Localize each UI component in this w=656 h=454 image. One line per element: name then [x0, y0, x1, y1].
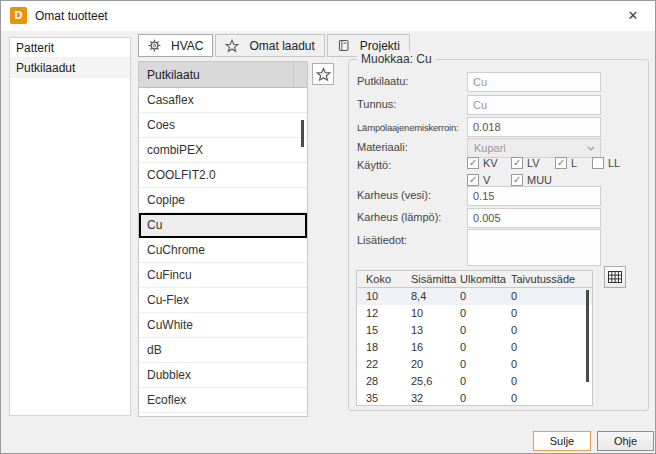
table-cell: 15 — [357, 322, 407, 339]
materiaali-label: Materiaali: — [357, 141, 461, 153]
table-cell: 12 — [357, 305, 407, 322]
help-button[interactable]: Ohje — [597, 431, 654, 451]
table-column-header[interactable]: Koko — [357, 271, 407, 287]
omat-tuotteet-dialog: D Omat tuotteet ✕ PatteritPutkilaadut HV… — [0, 0, 656, 454]
putkilaatu-label: Putkilaatu: — [357, 75, 461, 87]
list-item[interactable]: CuFincu — [139, 263, 307, 288]
lampokerroin-input[interactable] — [467, 117, 601, 137]
checkbox-v[interactable]: V — [467, 173, 511, 187]
table-cell: 0 — [458, 305, 509, 322]
list-item[interactable]: combiPEX — [139, 138, 307, 163]
pipe-type-list: Putkilaatu CasaflexCoescombiPEXCOOLFIT2.… — [138, 61, 308, 417]
table-cell: 20 — [407, 356, 458, 373]
table-cell: 0 — [509, 288, 581, 305]
putkilaatu-input[interactable] — [467, 72, 601, 92]
field-putkilaatu: Putkilaatu: — [357, 72, 642, 92]
tab-omat-laadut[interactable]: Omat laadut — [215, 34, 324, 57]
checkbox-label: MUU — [527, 174, 552, 186]
materiaali-select[interactable]: Kupari — [467, 138, 601, 158]
close-dialog-button[interactable]: Sulje — [533, 431, 591, 451]
table-column-header[interactable]: Sisämitta — [407, 271, 458, 287]
karheus-vesi-input[interactable] — [467, 186, 601, 206]
size-table: KokoSisämittaUlkomittaTaivutussäde 108,4… — [356, 270, 593, 406]
sidebar-item-putkilaadut[interactable]: Putkilaadut — [10, 58, 130, 78]
table-row[interactable]: 222000 — [357, 356, 592, 373]
table-cell: 0 — [458, 339, 509, 356]
table-cell: 28 — [357, 373, 407, 390]
table-row[interactable]: 353200 — [357, 390, 592, 407]
table-cell: 0 — [458, 356, 509, 373]
checkbox-checked-icon[interactable] — [467, 174, 479, 186]
pipe-list-header-label: Putkilaatu — [147, 68, 200, 82]
checkbox-label: L — [571, 157, 577, 169]
close-icon[interactable]: ✕ — [621, 5, 645, 27]
notebook-icon — [337, 39, 355, 52]
checkbox-kv[interactable]: KV — [467, 156, 511, 170]
tab-label: Omat laadut — [249, 39, 314, 53]
table-cell: 0 — [509, 390, 581, 407]
list-item[interactable]: Cu — [139, 213, 307, 238]
category-listbox: PatteritPutkilaadut — [9, 37, 131, 416]
karheus-lampo-input[interactable] — [467, 208, 601, 228]
table-cell: 22 — [357, 356, 407, 373]
list-item[interactable]: Cu-Flex — [139, 288, 307, 313]
table-column-header[interactable]: Ulkomitta — [458, 271, 509, 287]
table-cell: 8,4 — [407, 288, 458, 305]
lisatiedot-label: Lisätiedot: — [357, 234, 461, 246]
chevron-down-icon — [587, 146, 595, 151]
list-item[interactable]: Casaflex — [139, 88, 307, 113]
list-item[interactable]: CuWhite — [139, 313, 307, 338]
lampokerroin-label: Lämpölaajenemiskerroin: — [357, 122, 461, 133]
checkbox-l[interactable]: L — [555, 156, 592, 170]
checkbox-lv[interactable]: LV — [511, 156, 555, 170]
field-tunnus: Tunnus: — [357, 95, 642, 115]
table-cell: 0 — [458, 288, 509, 305]
list-item[interactable]: dB — [139, 338, 307, 363]
checkbox-checked-icon[interactable] — [511, 174, 523, 186]
kaytto-label: Käyttö: — [357, 159, 461, 171]
table-scrollbar-thumb[interactable] — [586, 290, 589, 382]
checkbox-ll[interactable]: LL — [592, 156, 620, 170]
tunnus-input[interactable] — [467, 95, 601, 115]
list-item[interactable]: COOLFIT2.0 — [139, 163, 307, 188]
checkbox-checked-icon[interactable] — [467, 157, 479, 169]
karheus-vesi-label: Karheus (vesi): — [357, 189, 461, 201]
checkbox-unchecked-icon[interactable] — [592, 157, 604, 169]
list-item[interactable]: Copipe — [139, 188, 307, 213]
table-cell: 10 — [357, 288, 407, 305]
table-cell: 0 — [458, 373, 509, 390]
edit-sizes-button[interactable] — [604, 266, 626, 288]
sidebar-item-patterit[interactable]: Patterit — [10, 38, 130, 58]
star-icon — [225, 39, 244, 53]
table-row[interactable]: 2825,600 — [357, 373, 592, 390]
list-item[interactable]: CuChrome — [139, 238, 307, 263]
table-row[interactable]: 108,400 — [357, 288, 592, 305]
table-row[interactable]: 151300 — [357, 322, 592, 339]
table-cell: 25,6 — [407, 373, 458, 390]
checkbox-checked-icon[interactable] — [555, 157, 567, 169]
table-row[interactable]: 121000 — [357, 305, 592, 322]
tab-label: Projekti — [360, 39, 400, 53]
checkbox-label: KV — [483, 157, 498, 169]
list-item[interactable]: Coes — [139, 113, 307, 138]
app-icon: D — [10, 7, 27, 24]
titlebar: D Omat tuotteet ✕ — [1, 1, 655, 31]
window-title: Omat tuotteet — [35, 9, 108, 23]
table-cell: 18 — [357, 339, 407, 356]
favorite-button[interactable] — [312, 63, 334, 85]
table-column-header[interactable]: Taivutussäde — [509, 271, 581, 287]
karheus-lampo-label: Karheus (lämpö): — [357, 211, 461, 223]
table-cell: 10 — [407, 305, 458, 322]
list-item[interactable]: Dubblex — [139, 363, 307, 388]
field-karheus-vesi: Karheus (vesi): — [357, 186, 642, 206]
lisatiedot-textarea[interactable] — [467, 229, 601, 266]
table-cell: 13 — [407, 322, 458, 339]
table-grid-icon — [608, 271, 622, 283]
list-item[interactable]: Ecoflex — [139, 388, 307, 413]
tab-hvac[interactable]: HVAC — [138, 34, 213, 57]
checkbox-muu[interactable]: MUU — [511, 173, 552, 187]
table-row[interactable]: 181600 — [357, 339, 592, 356]
checkbox-checked-icon[interactable] — [511, 157, 523, 169]
table-cell: 0 — [509, 356, 581, 373]
list-scrollbar-thumb[interactable] — [301, 120, 304, 147]
